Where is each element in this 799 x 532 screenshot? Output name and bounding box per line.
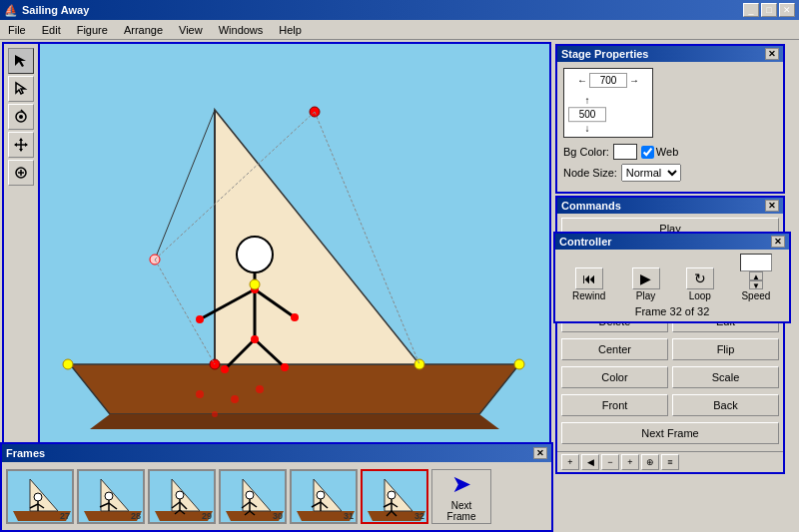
svg-point-38 xyxy=(250,279,260,289)
speed-input[interactable]: 10 xyxy=(740,254,772,271)
next-frame-button[interactable]: ➤ NextFrame xyxy=(431,469,491,524)
flip-button[interactable]: Flip xyxy=(672,338,779,360)
controller-play-button[interactable]: ▶ xyxy=(632,267,660,289)
close-button[interactable]: ✕ xyxy=(779,3,795,17)
back-icon[interactable]: ◀ xyxy=(581,454,599,470)
svg-marker-8 xyxy=(25,143,28,147)
web-checkbox-label[interactable]: Web xyxy=(641,146,678,159)
svg-marker-5 xyxy=(19,138,23,141)
menu-view[interactable]: View xyxy=(175,23,207,37)
bg-color-swatch[interactable] xyxy=(613,144,637,160)
svg-point-39 xyxy=(196,390,204,398)
move-tool[interactable] xyxy=(8,132,34,158)
svg-point-33 xyxy=(196,315,204,323)
rewind-button[interactable]: ⏮ xyxy=(575,267,603,289)
frame-32-number: 32 xyxy=(414,511,424,521)
svg-point-62 xyxy=(176,491,184,499)
svg-point-36 xyxy=(281,363,289,371)
stage-width-input[interactable] xyxy=(589,73,627,88)
controller-buttons-row: ⏮ Rewind ▶ Play ↻ Loop 10 ▲ ▼ xyxy=(561,254,783,301)
bg-color-row: Bg Color: Web xyxy=(563,144,777,160)
menu-file[interactable]: File xyxy=(4,23,30,37)
svg-point-87 xyxy=(388,491,396,499)
stage-preview-box: ← → ↑ ↓ xyxy=(563,68,653,138)
frames-panel: Frames ✕ 27 xyxy=(0,442,553,532)
stage-properties-panel: Stage Properties ✕ ← → xyxy=(555,44,785,194)
add-point-tool[interactable] xyxy=(8,160,34,186)
select-tool[interactable] xyxy=(8,48,34,74)
frames-title: Frames ✕ xyxy=(2,444,551,462)
stage-height-input[interactable] xyxy=(568,107,606,122)
menu-windows[interactable]: Windows xyxy=(215,23,268,37)
frames-close[interactable]: ✕ xyxy=(533,447,547,459)
frame-27-number: 27 xyxy=(60,511,70,521)
stage-properties-content: ← → ↑ ↓ Bg Colo xyxy=(557,62,783,192)
next-frame-button[interactable]: Next Frame xyxy=(561,422,779,444)
scale-button[interactable]: Scale xyxy=(672,366,779,388)
front-button[interactable]: Front xyxy=(561,394,668,416)
svg-point-80 xyxy=(317,491,325,499)
commands-title: Commands ✕ xyxy=(557,198,783,214)
canvas-svg xyxy=(40,44,549,445)
add-icon[interactable]: + xyxy=(561,454,579,470)
svg-point-1 xyxy=(19,115,23,119)
frame-27[interactable]: 27 xyxy=(6,469,74,524)
maximize-button[interactable]: □ xyxy=(761,3,777,17)
back-button[interactable]: Back xyxy=(672,394,779,416)
node-size-select[interactable]: Tiny Small Normal Large xyxy=(621,164,681,182)
frame-28[interactable]: 28 xyxy=(77,469,145,524)
frames-content: 27 28 xyxy=(2,462,551,530)
svg-marker-7 xyxy=(14,143,17,147)
rotate-tool[interactable] xyxy=(8,104,34,130)
canvas-area[interactable] xyxy=(40,44,549,445)
svg-point-71 xyxy=(246,491,254,499)
minimize-button[interactable]: _ xyxy=(743,3,759,17)
menu-edit[interactable]: Edit xyxy=(38,23,65,37)
stage-properties-title: Stage Properties ✕ xyxy=(557,46,783,62)
menu-figure[interactable]: Figure xyxy=(73,23,112,37)
frame-29[interactable]: 29 xyxy=(148,469,216,524)
svg-point-55 xyxy=(105,492,113,500)
svg-point-41 xyxy=(256,385,264,393)
frame-31[interactable]: 31 xyxy=(290,469,358,524)
menu-icon[interactable]: ≡ xyxy=(661,454,679,470)
frame-32[interactable]: 32 xyxy=(361,469,428,524)
window-icon: ⛵ xyxy=(4,4,18,17)
controller-content: ⏮ Rewind ▶ Play ↻ Loop 10 ▲ ▼ xyxy=(555,250,789,321)
svg-point-42 xyxy=(212,411,218,417)
loop-button[interactable]: ↻ xyxy=(686,267,714,289)
controller-panel: Controller ✕ ⏮ Rewind ▶ Play ↻ Loop xyxy=(553,232,791,323)
title-bar: ⛵ Sailing Away _ □ ✕ xyxy=(0,0,799,20)
svg-point-37 xyxy=(251,335,259,343)
arrow-tool[interactable] xyxy=(8,76,34,102)
title-bar-controls: _ □ ✕ xyxy=(743,3,795,17)
menu-help[interactable]: Help xyxy=(275,23,306,37)
commands-close[interactable]: ✕ xyxy=(765,200,779,212)
center-button[interactable]: Center xyxy=(561,338,668,360)
speed-col: 10 ▲ ▼ Speed xyxy=(740,254,772,301)
color-button[interactable]: Color xyxy=(561,366,668,388)
stage-size-diagram: ← → ↑ ↓ xyxy=(563,68,777,138)
center-flip-row: Center Flip xyxy=(561,338,779,363)
stage-properties-close[interactable]: ✕ xyxy=(765,48,779,60)
controller-close[interactable]: ✕ xyxy=(771,236,785,248)
loop-col: ↻ Loop xyxy=(686,267,714,301)
frame-28-number: 28 xyxy=(131,511,141,521)
menu-arrange[interactable]: Arrange xyxy=(120,23,167,37)
panel-bottom-bar: + ◀ − + ⊕ ≡ xyxy=(557,451,783,472)
front-back-row: Front Back xyxy=(561,394,779,419)
frame-30[interactable]: 30 xyxy=(219,469,287,524)
svg-point-43 xyxy=(63,359,73,369)
svg-point-35 xyxy=(221,365,229,373)
minus-icon[interactable]: − xyxy=(601,454,619,470)
play-col: ▶ Play xyxy=(632,267,660,301)
web-checkbox[interactable] xyxy=(641,146,654,159)
speed-up-arrow[interactable]: ▲ xyxy=(749,271,763,280)
svg-point-40 xyxy=(231,395,239,403)
plus-icon[interactable]: + xyxy=(621,454,639,470)
speed-down-arrow[interactable]: ▼ xyxy=(749,280,763,289)
next-frame-arrow-icon: ➤ xyxy=(451,470,471,498)
circle-plus-icon[interactable]: ⊕ xyxy=(641,454,659,470)
frame-label: Frame 32 of 32 xyxy=(561,305,783,317)
frame-30-number: 30 xyxy=(273,511,283,521)
